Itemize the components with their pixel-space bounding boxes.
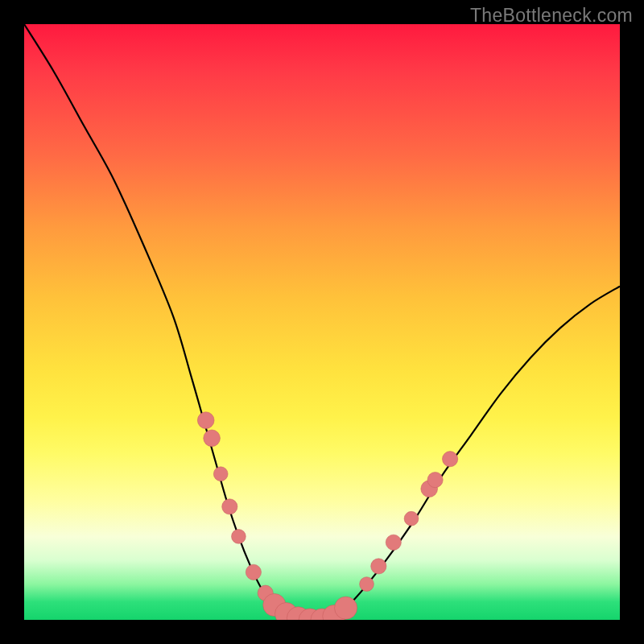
curve-marker	[246, 564, 261, 580]
watermark-text: TheBottleneck.com	[470, 5, 633, 27]
curve-marker	[371, 559, 386, 574]
curve-marker	[404, 511, 419, 526]
curve-marker	[386, 535, 401, 550]
chart-plot-area	[24, 24, 620, 620]
curve-marker	[213, 467, 228, 481]
curve-markers	[197, 412, 457, 620]
curve-marker	[232, 530, 246, 544]
curve-marker	[197, 412, 214, 429]
curve-marker	[360, 577, 374, 592]
chart-svg	[24, 24, 620, 620]
curve-marker	[335, 597, 357, 619]
curve-marker	[222, 499, 237, 514]
chart-frame: TheBottleneck.com	[0, 0, 644, 644]
curve-marker	[427, 472, 443, 487]
bottleneck-curve	[24, 24, 620, 620]
curve-marker	[204, 430, 221, 447]
curve-marker	[442, 452, 457, 467]
